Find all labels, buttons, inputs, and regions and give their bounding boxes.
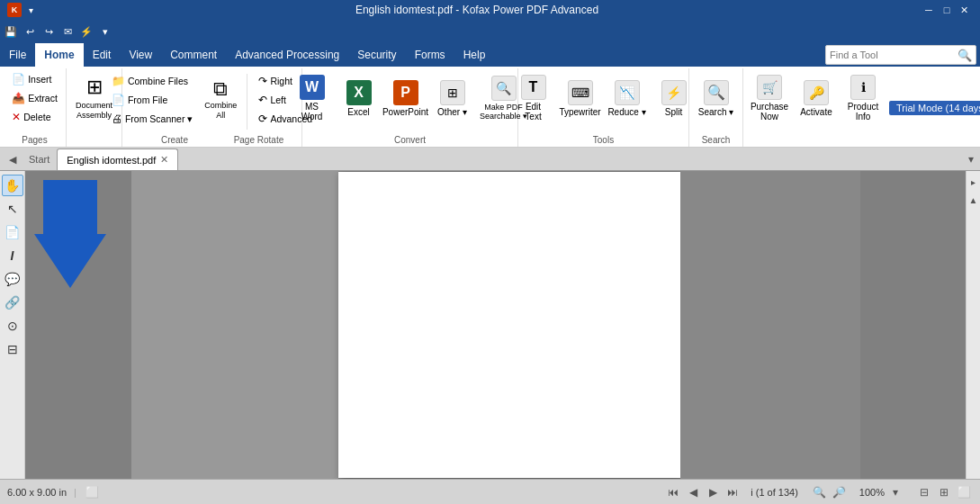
start-tab[interactable]: Start <box>22 154 57 165</box>
reduce-button[interactable]: 📉 Reduce ▾ <box>605 70 650 126</box>
right-panel-up[interactable]: ▲ <box>967 191 980 209</box>
view-buttons: ⊟ ⊞ ⬜ <box>915 483 973 501</box>
single-page-view[interactable]: ⊟ <box>915 483 933 501</box>
purchase-icon: 🛒 <box>757 75 782 100</box>
search-next-button[interactable]: 🔎 <box>831 483 849 501</box>
split-icon: ⚡ <box>661 80 687 105</box>
find-tool-box[interactable]: 🔍 <box>825 45 976 65</box>
pdf-page <box>338 172 680 478</box>
combine-files-button[interactable]: 📁 Combine Files <box>107 72 197 90</box>
delete-button[interactable]: ✕ Delete <box>7 108 55 126</box>
ribbon: 📄 Insert 📤 Extract ✕ Delete Pages ⊞ Docu… <box>0 67 980 148</box>
svg-marker-0 <box>34 180 106 288</box>
insert-button[interactable]: 📄 Insert <box>7 70 56 88</box>
tab-bar: ◀ Start English idomtest.pdf ✕ ▾ <box>0 148 980 171</box>
comment-tool-button[interactable]: 💬 <box>2 268 23 290</box>
delete-label: Delete <box>23 112 50 122</box>
create-label: Create <box>128 135 221 145</box>
reduce-icon: 📉 <box>615 80 640 105</box>
menu-view[interactable]: View <box>120 43 161 67</box>
text-select-button[interactable]: I <box>2 245 23 266</box>
document-assembly-icon: ⊞ <box>86 76 103 99</box>
close-tab-button[interactable]: ✕ <box>160 154 168 166</box>
page-dimensions: 6.00 x 9.00 in <box>7 487 67 498</box>
insert-icon: 📄 <box>12 73 25 86</box>
purchase-label: PurchaseNow <box>751 102 788 122</box>
left-toolbar: ✋ ↖ 📄 I 💬 🔗 ⊙ ⊟ <box>0 171 25 479</box>
from-file-label: From File <box>128 94 167 105</box>
from-file-button[interactable]: 📄 From File <box>107 91 197 109</box>
find-tool-input[interactable] <box>830 50 956 60</box>
first-page-button[interactable]: ⏮ <box>664 483 682 501</box>
ribbon-group-purchase: 🛒 PurchaseNow 🔑 Activate ℹ ProductInfo T… <box>743 68 980 147</box>
qa-dropdown[interactable]: ▾ <box>96 23 114 40</box>
menu-file[interactable]: File <box>0 43 35 67</box>
excel-button[interactable]: X Excel <box>337 70 382 126</box>
reduce-label: Reduce ▾ <box>607 107 645 117</box>
search-button[interactable]: 🔍 Search ▾ <box>694 70 739 126</box>
select-tool-button[interactable]: ↖ <box>2 198 23 220</box>
ribbon-group-pages: 📄 Insert 📤 Extract ✕ Delete Pages <box>4 68 67 147</box>
right-panel-toggle[interactable]: ▸ <box>967 173 980 191</box>
qa-email[interactable]: ✉ <box>58 23 76 40</box>
qa-quick[interactable]: ⚡ <box>77 23 95 40</box>
document-tab[interactable]: English idomtest.pdf ✕ <box>57 148 178 170</box>
menu-help[interactable]: Help <box>454 43 495 67</box>
menu-advanced-processing[interactable]: Advanced Processing <box>226 43 348 67</box>
combine-files-icon: 📁 <box>112 75 125 87</box>
last-page-button[interactable]: ⏭ <box>724 483 742 501</box>
other-icon: ⊞ <box>440 80 465 105</box>
full-screen-view[interactable]: ⬜ <box>955 483 973 501</box>
ribbon-group-create: 📁 Combine Files 📄 From File 🖨 From Scann… <box>122 68 302 147</box>
more-tools-button[interactable]: ⊟ <box>2 338 23 360</box>
other-button[interactable]: ⊞ Other ▾ <box>430 70 475 126</box>
tab-nav-left[interactable]: ◀ <box>4 148 22 170</box>
next-page-button[interactable]: ▶ <box>704 483 722 501</box>
qa-undo[interactable]: ↩ <box>21 23 39 40</box>
typewriter-label: Typewriter <box>559 107 600 117</box>
blue-arrow-overlay <box>25 171 133 317</box>
link-tool-button[interactable]: 🔗 <box>2 292 23 313</box>
activate-button[interactable]: 🔑 Activate <box>794 70 839 126</box>
qa-save[interactable]: 💾 <box>2 23 20 40</box>
tab-bar-dropdown[interactable]: ▾ <box>962 148 980 170</box>
menu-forms[interactable]: Forms <box>406 43 454 67</box>
maximize-button[interactable]: □ <box>939 3 955 17</box>
combine-all-label: CombineAll <box>204 101 237 121</box>
search-prev-button[interactable]: 🔍 <box>811 483 829 501</box>
purchase-now-button[interactable]: 🛒 PurchaseNow <box>747 70 792 126</box>
menu-security[interactable]: Security <box>348 43 405 67</box>
combine-files-label: Combine Files <box>128 76 188 86</box>
close-button[interactable]: ✕ <box>957 3 973 17</box>
extract-button[interactable]: 📤 Extract <box>7 89 62 107</box>
page-nav-button[interactable]: 📄 <box>2 221 23 243</box>
page-info: i (1 of 134) <box>751 487 798 498</box>
stamp-tool-button[interactable]: ⊙ <box>2 315 23 337</box>
prev-page-button[interactable]: ◀ <box>684 483 702 501</box>
from-file-icon: 📄 <box>112 94 125 106</box>
pdf-left-gutter <box>131 171 338 479</box>
minimize-button[interactable]: ─ <box>921 3 937 17</box>
powerpoint-button[interactable]: P PowerPoint <box>383 70 428 126</box>
main-area: ✋ ↖ 📄 I 💬 🔗 ⊙ ⊟ ▸ ▲ <box>0 171 980 479</box>
typewriter-button[interactable]: ⌨ Typewriter <box>558 70 603 126</box>
hand-tool-button[interactable]: ✋ <box>2 175 23 196</box>
menu-home[interactable]: Home <box>35 43 83 67</box>
two-page-view[interactable]: ⊞ <box>935 483 953 501</box>
ms-word-label: MSWord <box>301 102 323 122</box>
menu-comment[interactable]: Comment <box>161 43 226 67</box>
find-tool-search-icon[interactable]: 🔍 <box>958 49 972 62</box>
fit-page-button[interactable]: ⬜ <box>84 483 102 501</box>
product-info-button[interactable]: ℹ ProductInfo <box>841 70 886 126</box>
menu-edit[interactable]: Edit <box>84 43 121 67</box>
ms-word-button[interactable]: W MSWord <box>290 70 335 126</box>
ms-word-icon: W <box>300 75 325 100</box>
edit-text-button[interactable]: T EditText <box>511 70 556 126</box>
activate-icon: 🔑 <box>804 80 829 105</box>
tools-group-label: Tools <box>524 135 683 145</box>
combine-all-button[interactable]: ⧉ CombineAll <box>201 70 240 128</box>
from-scanner-button[interactable]: 🖨 From Scanner ▾ <box>107 110 197 128</box>
qa-redo[interactable]: ↪ <box>40 23 58 40</box>
zoom-dropdown[interactable]: ▾ <box>886 483 904 501</box>
zoom-area: 100% ▾ <box>859 483 904 501</box>
